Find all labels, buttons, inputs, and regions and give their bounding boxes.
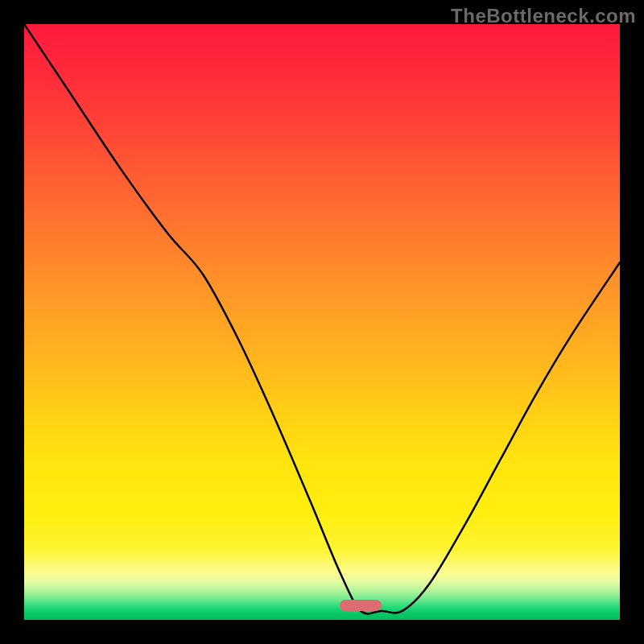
plot-area <box>24 24 620 620</box>
bottleneck-curve <box>24 24 620 620</box>
optimal-marker <box>340 600 382 611</box>
watermark-text: TheBottleneck.com <box>451 5 636 27</box>
chart-container: TheBottleneck.com <box>0 0 644 644</box>
